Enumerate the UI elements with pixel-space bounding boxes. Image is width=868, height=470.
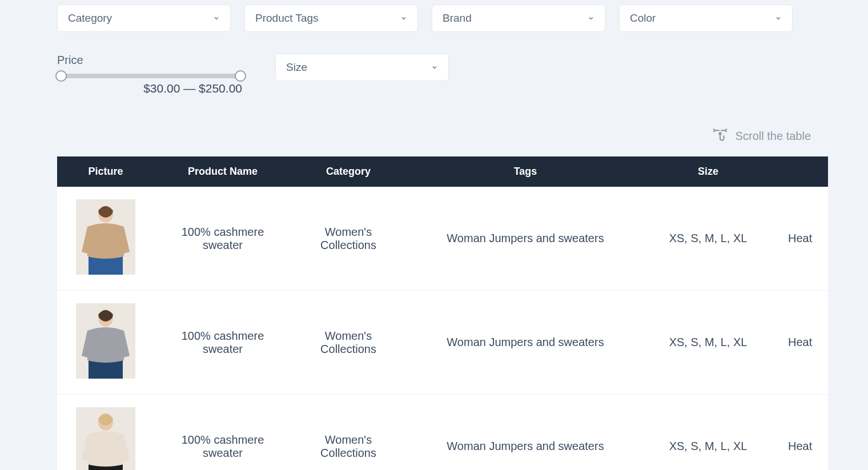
table-row: 100% cashmere sweater Women's Collection… <box>57 187 828 291</box>
cell-product-name[interactable]: 100% cashmere sweater <box>154 395 291 471</box>
cell-picture <box>57 395 154 471</box>
cell-size: XS, S, M, L, XL <box>645 291 771 395</box>
cell-tags: Woman Jumpers and sweaters <box>405 291 645 395</box>
category-select[interactable]: Category <box>57 5 231 32</box>
color-select-label: Color <box>630 12 656 25</box>
cell-size: XS, S, M, L, XL <box>645 395 771 471</box>
cell-product-name[interactable]: 100% cashmere sweater <box>154 187 291 291</box>
product-tags-select-label: Product Tags <box>255 12 319 25</box>
cell-picture <box>57 187 154 291</box>
svg-point-0 <box>719 132 721 134</box>
product-thumbnail[interactable] <box>76 199 135 275</box>
price-label: Price <box>57 54 244 67</box>
scroll-hint: Scroll the table <box>57 127 811 145</box>
price-slider-handle-min[interactable] <box>55 70 67 82</box>
th-category: Category <box>291 156 405 187</box>
cell-extra: Heat <box>771 395 828 471</box>
products-table: Picture Product Name Category Tags Size … <box>57 156 828 470</box>
chevron-down-icon <box>775 12 782 25</box>
cell-extra: Heat <box>771 291 828 395</box>
th-extra <box>771 156 828 187</box>
th-product-name: Product Name <box>154 156 291 187</box>
swipe-icon <box>713 127 728 145</box>
size-select-label: Size <box>286 61 307 74</box>
brand-select[interactable]: Brand <box>432 5 605 32</box>
price-slider[interactable] <box>57 74 244 78</box>
color-select[interactable]: Color <box>619 5 793 32</box>
table-header-row: Picture Product Name Category Tags Size <box>57 156 828 187</box>
cell-category: Women's Collections <box>291 395 405 471</box>
product-thumbnail[interactable] <box>76 303 135 379</box>
th-picture: Picture <box>57 156 154 187</box>
price-slider-handle-max[interactable] <box>235 70 246 82</box>
brand-select-label: Brand <box>443 12 472 25</box>
th-size: Size <box>645 156 771 187</box>
product-tags-select[interactable]: Product Tags <box>244 5 418 32</box>
cell-product-name[interactable]: 100% cashmere sweater <box>154 291 291 395</box>
cell-extra: Heat <box>771 187 828 291</box>
price-filter: Price $30.00 — $250.00 <box>57 54 244 95</box>
chevron-down-icon <box>431 61 438 74</box>
cell-tags: Woman Jumpers and sweaters <box>405 187 645 291</box>
table-row: 100% cashmere sweater Women's Collection… <box>57 291 828 395</box>
chevron-down-icon <box>588 12 594 25</box>
size-select[interactable]: Size <box>275 54 449 81</box>
cell-tags: Woman Jumpers and sweaters <box>405 395 645 471</box>
price-range-text: $30.00 — $250.00 <box>57 82 244 95</box>
cell-category: Women's Collections <box>291 291 405 395</box>
table-row: 100% cashmere sweater Women's Collection… <box>57 395 828 471</box>
cell-picture <box>57 291 154 395</box>
cell-size: XS, S, M, L, XL <box>645 187 771 291</box>
category-select-label: Category <box>68 12 112 25</box>
th-tags: Tags <box>405 156 645 187</box>
cell-category: Women's Collections <box>291 187 405 291</box>
chevron-down-icon <box>400 12 407 25</box>
scroll-hint-text: Scroll the table <box>736 130 811 143</box>
chevron-down-icon <box>213 12 220 25</box>
product-thumbnail[interactable] <box>76 407 135 470</box>
